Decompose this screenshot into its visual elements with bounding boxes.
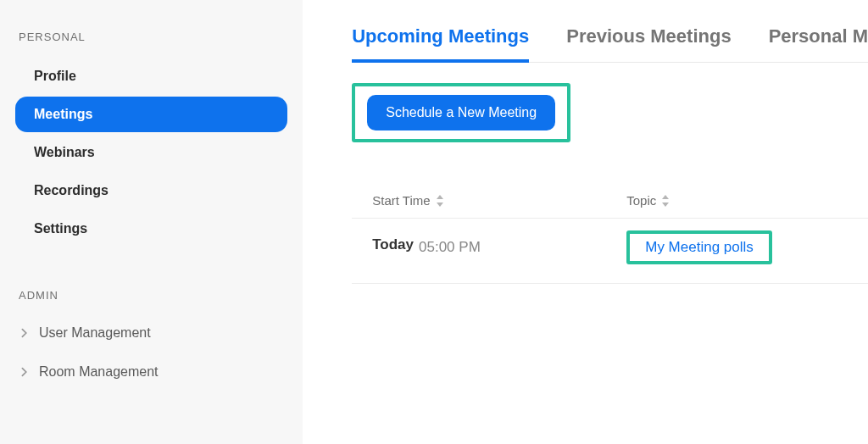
sidebar-item-meetings[interactable]: Meetings <box>15 97 287 132</box>
sidebar-item-settings[interactable]: Settings <box>15 211 287 247</box>
meetings-table: Start Time Topic Today 05:00 PM My Meeti… <box>352 185 868 284</box>
tab-personal[interactable]: Personal M <box>769 25 868 63</box>
column-header-start-time[interactable]: Start Time <box>372 193 626 208</box>
schedule-new-meeting-button[interactable]: Schedule a New Meeting <box>367 95 555 130</box>
column-header-topic[interactable]: Topic <box>626 193 848 208</box>
column-header-label: Topic <box>626 193 656 208</box>
sidebar-item-profile[interactable]: Profile <box>15 58 287 94</box>
column-header-label: Start Time <box>372 193 430 208</box>
topic-cell: My Meeting polls <box>626 230 848 264</box>
sidebar-item-room-management[interactable]: Room Management <box>15 356 287 388</box>
table-header-row: Start Time Topic <box>352 185 868 218</box>
sidebar-item-label: User Management <box>39 325 151 341</box>
meeting-topic-link[interactable]: My Meeting polls <box>645 239 754 255</box>
chevron-right-icon <box>19 327 31 339</box>
meeting-time: 05:00 PM <box>419 239 481 256</box>
tabs: Upcoming Meetings Previous Meetings Pers… <box>352 25 868 63</box>
sidebar-item-user-management[interactable]: User Management <box>15 317 287 349</box>
sidebar-item-webinars[interactable]: Webinars <box>15 135 287 170</box>
topic-highlight-box: My Meeting polls <box>626 230 772 264</box>
main-content: Upcoming Meetings Previous Meetings Pers… <box>303 0 868 444</box>
sidebar-item-recordings[interactable]: Recordings <box>15 173 287 208</box>
chevron-right-icon <box>19 366 31 378</box>
sidebar-item-label: Room Management <box>39 364 159 380</box>
sidebar: PERSONAL Profile Meetings Webinars Recor… <box>0 0 303 444</box>
meeting-day: Today <box>372 236 414 253</box>
admin-header: ADMIN <box>19 289 287 302</box>
personal-header: PERSONAL <box>19 31 287 43</box>
schedule-highlight-box: Schedule a New Meeting <box>352 83 570 142</box>
start-time-cell: Today 05:00 PM <box>372 230 626 264</box>
tab-previous-meetings[interactable]: Previous Meetings <box>566 25 731 63</box>
sort-icon <box>436 195 444 207</box>
sort-icon <box>661 195 670 207</box>
tab-upcoming-meetings[interactable]: Upcoming Meetings <box>352 25 529 63</box>
table-row: Today 05:00 PM My Meeting polls <box>352 218 868 283</box>
